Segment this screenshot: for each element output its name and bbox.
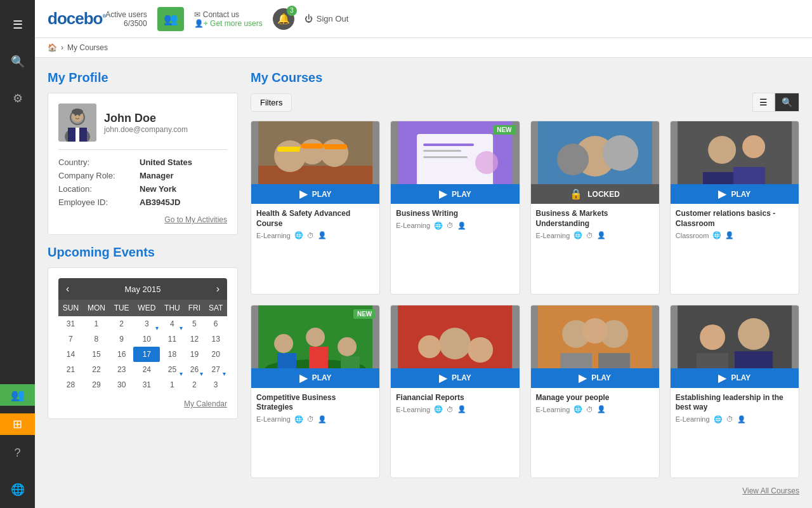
course-action-bar[interactable]: ▶ PLAY (251, 368, 379, 388)
course-action-bar[interactable]: ▶ PLAY (531, 368, 659, 388)
breadcrumb-current: My Courses (67, 43, 108, 52)
filter-button[interactable]: Filters (251, 93, 292, 112)
my-calendar-link[interactable]: My Calendar (184, 399, 227, 408)
globe-meta-icon: 🌐 (714, 415, 723, 424)
sidebar-gear-icon[interactable]: ⚙ (0, 88, 35, 109)
table-row[interactable]: 13 (204, 331, 227, 347)
calendar-prev-btn[interactable]: ‹ (66, 283, 69, 295)
location-value: New York (140, 184, 176, 194)
table-row[interactable]: 31 (133, 377, 160, 392)
course-type: E-Learning (676, 415, 710, 423)
table-row[interactable]: 1 (160, 377, 184, 392)
table-row[interactable]: 29 (83, 377, 110, 392)
course-action-label: PLAY (452, 190, 471, 199)
my-profile-section: My Profile (48, 70, 238, 235)
table-row[interactable]: 18 (160, 347, 184, 362)
course-thumbnail: ▶ PLAY (671, 121, 799, 204)
clock-meta-icon: ⏱ (586, 232, 593, 239)
table-row[interactable]: 4 (160, 316, 184, 331)
user-meta-icon: 👤 (725, 231, 734, 239)
right-panel: My Courses Filters ☰ 🔍 ▶ PLAY Health & S… (251, 70, 799, 495)
course-info: Business Writing E-Learning 🌐⏱👤 (391, 204, 519, 294)
table-row[interactable]: 9 (110, 331, 133, 347)
sidebar-menu-icon[interactable]: ☰ (0, 14, 35, 36)
table-row[interactable]: 23 (110, 362, 133, 377)
list-view-button[interactable]: ☰ (752, 93, 775, 112)
course-action-bar[interactable]: ▶ PLAY (391, 368, 519, 388)
sidebar-help-icon[interactable]: ? (0, 443, 35, 464)
table-row[interactable]: 12 (184, 331, 204, 347)
profile-country-row: Country: United States (58, 157, 227, 167)
table-row[interactable]: 17 (133, 347, 160, 362)
get-more-users[interactable]: 👤+ Get more users (194, 19, 263, 28)
breadcrumb-home[interactable]: 🏠 (48, 43, 57, 52)
table-row[interactable]: 10 (133, 331, 160, 347)
svg-point-43 (439, 328, 471, 359)
course-action-bar[interactable]: ▶ PLAY (671, 368, 799, 388)
table-row[interactable]: 16 (110, 347, 133, 362)
course-info: Fianancial Reports E-Learning 🌐⏱👤 (391, 388, 519, 478)
course-action-bar[interactable]: 🔒 LOCKED (531, 184, 659, 204)
svg-rect-14 (277, 147, 303, 152)
course-thumbnail: NEW ▶ PLAY (251, 305, 379, 388)
course-info: Establishing leadership in the best way … (671, 388, 799, 478)
clock-meta-icon: ⏱ (726, 415, 733, 423)
table-row[interactable]: 30 (110, 377, 133, 392)
table-row[interactable]: 26 (184, 362, 204, 377)
table-row[interactable]: 6 (204, 316, 227, 331)
course-action-label: PLAY (731, 190, 750, 199)
table-row[interactable]: 20 (204, 347, 227, 362)
course-title: Customer relations basics - Classroom (676, 209, 794, 229)
table-row[interactable]: 2 (110, 316, 133, 331)
table-row[interactable]: 5 (184, 316, 204, 331)
table-row[interactable]: 24 (133, 362, 160, 377)
course-action-bar[interactable]: ▶ PLAY (671, 184, 799, 204)
table-row[interactable]: 25 (160, 362, 184, 377)
course-type: E-Learning (396, 406, 430, 413)
course-action-label: PLAY (312, 373, 332, 382)
svg-point-27 (557, 144, 589, 175)
sidebar-globe-icon[interactable]: 🌐 (0, 479, 35, 500)
grid-view-button[interactable]: 🔍 (775, 93, 799, 112)
table-row[interactable]: 8 (83, 331, 110, 347)
table-row[interactable]: 3 (133, 316, 160, 331)
course-action-label: LOCKED (587, 190, 620, 199)
table-row[interactable]: 7 (58, 331, 83, 347)
table-row[interactable]: 3 (204, 377, 227, 392)
breadcrumb: 🏠 › My Courses (35, 38, 812, 58)
table-row[interactable]: 2 (184, 377, 204, 392)
calendar-next-btn[interactable]: › (216, 283, 219, 295)
course-type: E-Learning (256, 415, 291, 423)
table-row[interactable]: 22 (83, 362, 110, 377)
table-row[interactable]: 11 (160, 331, 184, 347)
svg-point-54 (738, 318, 769, 350)
go-to-activities-link[interactable]: Go to My Activities (164, 215, 227, 224)
globe-meta-icon: 🌐 (434, 222, 443, 230)
topbar-right: Active users 6/3500 👥 ✉Contact us 👤+ Get… (105, 7, 348, 31)
table-row[interactable]: 15 (83, 347, 110, 362)
course-action-bar[interactable]: ▶ PLAY (251, 184, 379, 204)
table-row[interactable]: 27 (204, 362, 227, 377)
course-action-bar[interactable]: ▶ PLAY (391, 184, 519, 204)
sign-out-button[interactable]: ⏻ Sign Out (304, 14, 349, 23)
table-row[interactable]: 21 (58, 362, 83, 377)
profile-email: john.doe@company.com (104, 125, 188, 134)
sidebar-grid-icon[interactable]: ⊞ (0, 413, 35, 435)
course-thumbnail: ▶ PLAY (391, 305, 519, 388)
view-all-courses-link[interactable]: View All Courses (742, 486, 799, 495)
sign-out-icon: ⏻ (304, 14, 313, 23)
notification-bell[interactable]: 🔔 3 (273, 8, 294, 30)
sidebar-search-icon[interactable]: 🔍 (0, 51, 35, 72)
table-row[interactable]: 31 (58, 316, 83, 331)
profile-location-row: Location: New York (58, 184, 227, 194)
table-row[interactable]: 14 (58, 347, 83, 362)
sidebar-users-icon[interactable]: 👥 (0, 384, 35, 406)
course-info: Health & Safety Advanced Course E-Learni… (251, 204, 379, 294)
play-icon: ▶ (718, 188, 726, 200)
table-row[interactable]: 1 (83, 316, 110, 331)
table-row[interactable]: 28 (58, 377, 83, 392)
view-buttons: ☰ 🔍 (752, 93, 799, 112)
profile-name: John Doe (104, 112, 188, 125)
users-icon-button[interactable]: 👥 (157, 7, 184, 31)
table-row[interactable]: 19 (184, 347, 204, 362)
